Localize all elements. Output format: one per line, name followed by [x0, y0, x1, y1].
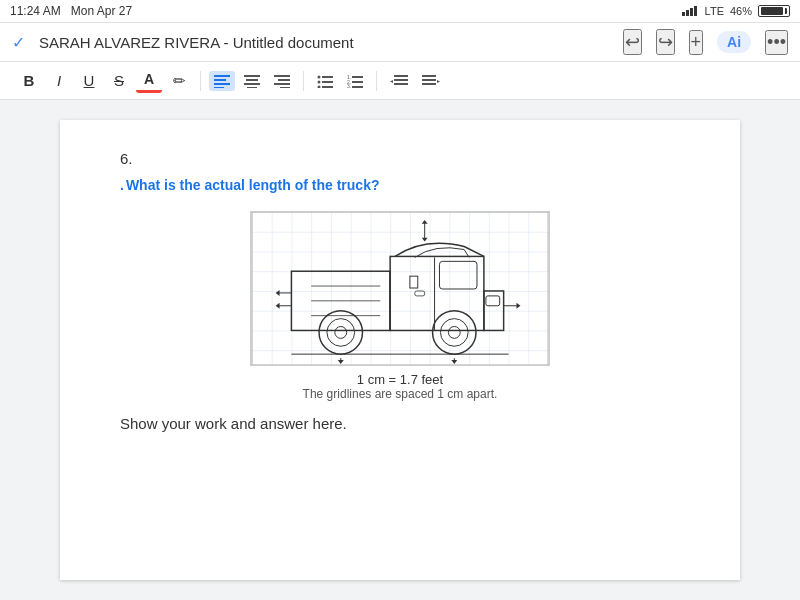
svg-rect-6	[244, 83, 260, 85]
indent-decrease-button[interactable]	[385, 71, 413, 91]
numbered-list-button[interactable]: 1. 2. 3.	[342, 71, 368, 91]
svg-rect-19	[352, 76, 363, 78]
align-right-icon	[274, 74, 290, 88]
doc-owner: SARAH ALVAREZ RIVERA	[39, 34, 219, 51]
indent-increase-button[interactable]	[417, 71, 445, 91]
toolbar-separator-1	[200, 71, 201, 91]
svg-marker-27	[390, 80, 393, 83]
battery-percent: 46%	[730, 5, 752, 17]
svg-rect-13	[322, 76, 333, 78]
svg-rect-15	[322, 81, 333, 83]
question-body: What is the actual length of the truck?	[126, 177, 380, 193]
align-center-button[interactable]	[239, 71, 265, 91]
svg-rect-29	[422, 79, 436, 81]
svg-rect-0	[214, 75, 230, 77]
svg-point-16	[318, 85, 321, 88]
svg-rect-26	[394, 83, 408, 85]
svg-rect-8	[274, 75, 290, 77]
svg-rect-32	[252, 212, 548, 365]
question-dot: .	[120, 177, 124, 193]
doc-name: Untitled document	[233, 34, 354, 51]
signal-icon	[682, 6, 697, 16]
svg-rect-21	[352, 81, 363, 83]
align-left-button[interactable]	[209, 71, 235, 91]
svg-rect-1	[214, 79, 226, 81]
text-color-button[interactable]: A	[136, 68, 162, 93]
truck-svg	[251, 212, 549, 365]
svg-rect-2	[214, 83, 230, 85]
svg-rect-3	[214, 87, 224, 88]
align-right-button[interactable]	[269, 71, 295, 91]
lte-label: LTE	[705, 5, 724, 17]
svg-rect-25	[394, 79, 408, 81]
svg-rect-5	[246, 79, 258, 81]
more-button[interactable]: •••	[765, 30, 788, 55]
answer-prompt[interactable]: Show your work and answer here.	[120, 415, 680, 432]
question-number: 6.	[120, 150, 680, 167]
svg-text:3.: 3.	[347, 83, 351, 88]
svg-marker-31	[437, 80, 440, 83]
image-caption-sub: The gridlines are spaced 1 cm apart.	[303, 387, 498, 401]
toolbar-separator-2	[303, 71, 304, 91]
underline-button[interactable]: U	[76, 69, 102, 92]
svg-rect-11	[280, 87, 290, 88]
status-bar: 11:24 AM Mon Apr 27 LTE 46%	[0, 0, 800, 23]
indent-decrease-icon	[390, 74, 408, 88]
time: 11:24 AM	[10, 4, 61, 18]
ai-button[interactable]: Ai	[717, 31, 751, 53]
highlight-button[interactable]: ✏	[166, 69, 192, 93]
svg-rect-28	[422, 75, 436, 77]
status-right: LTE 46%	[682, 5, 790, 17]
align-left-icon	[214, 74, 230, 88]
bullet-list-button[interactable]	[312, 71, 338, 91]
bullet-list-icon	[317, 74, 333, 88]
svg-rect-30	[422, 83, 436, 85]
image-container: 1 cm = 1.7 feet The gridlines are spaced…	[120, 211, 680, 401]
checkmark-icon: ✓	[12, 33, 25, 52]
svg-rect-4	[244, 75, 260, 77]
svg-point-12	[318, 75, 321, 78]
indent-increase-icon	[422, 74, 440, 88]
svg-rect-9	[278, 79, 290, 81]
svg-rect-24	[394, 75, 408, 77]
title-actions: ↩ ↪ + Ai •••	[623, 29, 788, 55]
add-button[interactable]: +	[689, 30, 704, 55]
truck-drawing	[250, 211, 550, 366]
title-separator: -	[219, 34, 232, 51]
svg-rect-10	[274, 83, 290, 85]
bold-button[interactable]: B	[16, 69, 42, 92]
battery-icon	[758, 5, 790, 17]
redo-button[interactable]: ↪	[656, 29, 675, 55]
question-text: .What is the actual length of the truck?	[120, 177, 680, 193]
status-time-date: 11:24 AM Mon Apr 27	[10, 4, 132, 18]
align-center-icon	[244, 74, 260, 88]
image-caption-main: 1 cm = 1.7 feet	[357, 372, 443, 387]
document-area[interactable]: 6. .What is the actual length of the tru…	[0, 100, 800, 584]
document-title: SARAH ALVAREZ RIVERA - Untitled document	[39, 34, 613, 51]
svg-rect-23	[352, 86, 363, 88]
toolbar-separator-3	[376, 71, 377, 91]
strikethrough-button[interactable]: S	[106, 69, 132, 92]
title-bar: ✓ SARAH ALVAREZ RIVERA - Untitled docume…	[0, 23, 800, 62]
document-page: 6. .What is the actual length of the tru…	[60, 120, 740, 580]
numbered-list-icon: 1. 2. 3.	[347, 74, 363, 88]
undo-button[interactable]: ↩	[623, 29, 642, 55]
date: Mon Apr 27	[71, 4, 132, 18]
svg-rect-17	[322, 86, 333, 88]
italic-button[interactable]: I	[46, 69, 72, 92]
formatting-toolbar: B I U S A ✏	[0, 62, 800, 100]
svg-point-14	[318, 80, 321, 83]
svg-rect-7	[247, 87, 257, 88]
